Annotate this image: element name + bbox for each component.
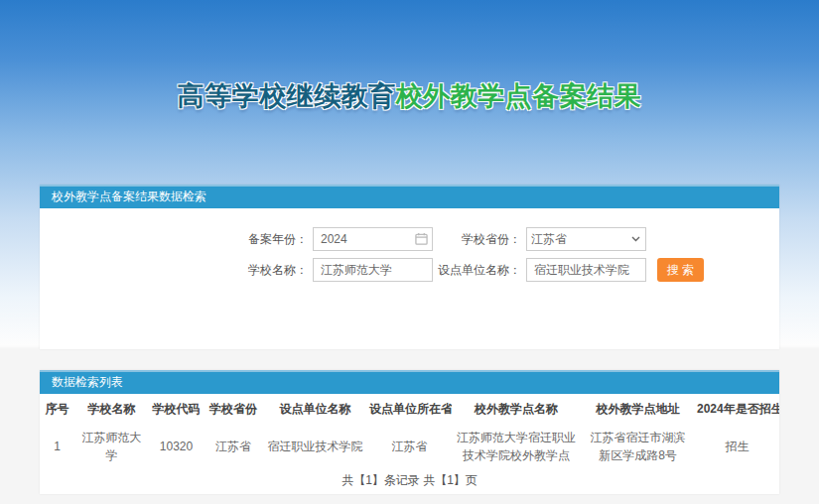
col-teaching-point-address: 校外教学点地址 <box>581 394 695 424</box>
search-panel-header: 校外教学点备案结果数据检索 <box>40 185 779 208</box>
page-title: 高等学校继续教育校外教学点备案结果 <box>0 78 819 114</box>
results-table: 序号 学校名称 学校代码 学校省份 设点单位名称 设点单位所在省 校外教学点名称… <box>40 394 779 469</box>
cell-school-code: 10320 <box>149 424 204 469</box>
search-panel: 校外教学点备案结果数据检索 备案年份： 学校省份： 江苏省 <box>40 185 779 349</box>
cell-unit-province: 江苏省 <box>367 424 452 469</box>
results-panel-header: 数据检索列表 <box>40 370 779 394</box>
search-form: 备案年份： 学校省份： 江苏省 学校名称： <box>40 208 779 282</box>
province-select[interactable]: 江苏省 <box>526 227 646 251</box>
year-input[interactable] <box>313 227 433 251</box>
col-school-province: 学校省份 <box>204 394 263 424</box>
page-title-main: 高等学校继续教育 <box>178 81 396 111</box>
form-row-1: 备案年份： 学校省份： 江苏省 <box>220 227 779 251</box>
cell-school-name: 江苏师范大学 <box>74 424 149 469</box>
unit-name-label: 设点单位名称： <box>433 262 521 279</box>
cell-unit-name: 宿迁职业技术学院 <box>263 424 367 469</box>
unit-name-input[interactable] <box>526 258 646 282</box>
form-row-2: 学校名称： 设点单位名称： 搜 索 <box>220 258 779 282</box>
col-unit-name: 设点单位名称 <box>263 394 367 424</box>
col-school-name: 学校名称 <box>74 394 149 424</box>
col-unit-province: 设点单位所在省 <box>367 394 452 424</box>
unit-name-field-wrap <box>526 258 646 282</box>
col-enrollment-2024: 2024年是否招生 <box>695 394 779 424</box>
page-title-accent: 校外教学点备案结果 <box>396 81 642 111</box>
col-index: 序号 <box>40 394 74 424</box>
year-field-wrap <box>313 227 433 251</box>
province-select-wrap: 江苏省 <box>521 227 646 251</box>
pagination-summary: 共【1】条记录 共【1】页 <box>40 469 779 489</box>
col-school-code: 学校代码 <box>149 394 204 424</box>
cell-index: 1 <box>40 424 74 469</box>
table-row: 1 江苏师范大学 10320 江苏省 宿迁职业技术学院 江苏省 江苏师范大学宿迁… <box>40 424 779 469</box>
cell-teaching-point-address: 江苏省宿迁市湖滨新区学成路8号 <box>581 424 695 469</box>
cell-school-province: 江苏省 <box>204 424 263 469</box>
table-header-row: 序号 学校名称 学校代码 学校省份 设点单位名称 设点单位所在省 校外教学点名称… <box>40 394 779 424</box>
year-label: 备案年份： <box>220 231 308 248</box>
cell-enrollment-2024: 招生 <box>695 424 779 469</box>
results-panel: 数据检索列表 序号 学校名称 学校代码 学校省份 设点单位名称 设点单位所在省 … <box>40 370 779 494</box>
school-name-field-wrap <box>313 258 433 282</box>
province-label: 学校省份： <box>433 231 521 248</box>
col-teaching-point-name: 校外教学点名称 <box>452 394 581 424</box>
search-button[interactable]: 搜 索 <box>657 258 704 282</box>
cell-teaching-point-name: 江苏师范大学宿迁职业技术学院校外教学点 <box>452 424 581 469</box>
school-name-input[interactable] <box>313 258 433 282</box>
school-name-label: 学校名称： <box>220 262 308 279</box>
